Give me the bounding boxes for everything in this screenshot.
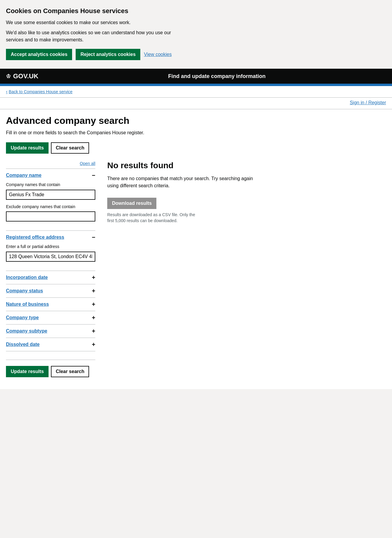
registered-office-content: Enter a full or partial address	[6, 244, 95, 271]
address-field-label: Enter a full or partial address	[6, 244, 95, 250]
blue-bar	[0, 84, 392, 86]
sign-in-row: Sign in / Register	[0, 98, 392, 109]
results-heading: No results found	[107, 161, 386, 170]
cookie-banner-buttons: Accept analytics cookies Reject analytic…	[6, 49, 386, 60]
accordion-registered-office: Registered office address − Enter a full…	[6, 230, 95, 271]
results-message: There are no companies that match your s…	[107, 175, 256, 189]
content-layout: Open all Company name − Company names th…	[6, 161, 386, 377]
site-header: ♔ GOV.UK Find and update company informa…	[0, 69, 392, 84]
cookie-banner-para2: We'd also like to use analytics cookies …	[6, 29, 173, 43]
back-link-bar: Back to Companies House service	[0, 86, 392, 98]
results-panel: No results found There are no companies …	[107, 161, 386, 224]
page-title: Advanced company search	[6, 115, 386, 126]
site-header-title: Find and update company information	[48, 73, 386, 79]
company-name-field2-label: Exclude company names that contain	[6, 204, 95, 210]
accordion-company-name: Company name − Company names that contai…	[6, 169, 95, 230]
accordion-company-subtype: Company subtype +	[6, 324, 95, 338]
filter-panel: Open all Company name − Company names th…	[6, 161, 95, 377]
reject-cookies-button[interactable]: Reject analytics cookies	[76, 49, 140, 60]
cookie-banner: Cookies on Companies House services We u…	[0, 0, 392, 69]
accordion-nature-of-business-header[interactable]: Nature of business +	[6, 298, 95, 311]
company-type-label: Company type	[6, 315, 39, 320]
main-wrapper: Advanced company search Fill in one or m…	[0, 109, 392, 389]
update-results-button-top[interactable]: Update results	[6, 142, 49, 154]
accordion-company-name-header[interactable]: Company name −	[6, 169, 95, 182]
dissolved-date-label: Dissolved date	[6, 342, 40, 347]
registered-office-icon: −	[92, 234, 95, 240]
company-name-content: Company names that contain Exclude compa…	[6, 182, 95, 230]
open-all-row: Open all	[6, 161, 95, 166]
accordion-dissolved-date: Dissolved date +	[6, 338, 95, 351]
sign-in-link[interactable]: Sign in / Register	[350, 100, 386, 105]
exclude-company-name-input[interactable]	[6, 211, 95, 222]
company-status-icon: +	[92, 288, 95, 294]
company-status-label: Company status	[6, 288, 43, 294]
company-name-icon: −	[92, 172, 95, 178]
registered-office-label: Registered office address	[6, 235, 64, 240]
accordion-company-subtype-header[interactable]: Company subtype +	[6, 325, 95, 338]
back-link[interactable]: Back to Companies House service	[6, 89, 72, 94]
bottom-button-row: Update results Clear search	[6, 360, 95, 377]
govuk-logo-text: GOV.UK	[13, 72, 38, 80]
top-button-row: Update results Clear search	[6, 142, 386, 154]
accordion-company-type-header[interactable]: Company type +	[6, 311, 95, 324]
company-name-input[interactable]	[6, 190, 95, 200]
open-all-link[interactable]: Open all	[80, 161, 95, 166]
accordion-incorporation-date: Incorporation date +	[6, 271, 95, 284]
accordion-registered-office-header[interactable]: Registered office address −	[6, 231, 95, 244]
view-cookies-link[interactable]: View cookies	[144, 52, 172, 57]
accordion-company-status: Company status +	[6, 284, 95, 297]
incorporation-date-icon: +	[92, 275, 95, 280]
accordion-dissolved-date-header[interactable]: Dissolved date +	[6, 338, 95, 351]
page-subtitle: Fill in one or more fields to search the…	[6, 129, 386, 136]
accordion-incorporation-date-header[interactable]: Incorporation date +	[6, 271, 95, 284]
clear-search-button-top[interactable]: Clear search	[51, 142, 89, 154]
nature-of-business-icon: +	[92, 301, 95, 307]
accordion-company-type: Company type +	[6, 311, 95, 324]
clear-search-button-bottom[interactable]: Clear search	[51, 366, 89, 377]
cookie-banner-para1: We use some essential cookies to make ou…	[6, 19, 173, 26]
dissolved-date-icon: +	[92, 341, 95, 347]
accordion-company-status-header[interactable]: Company status +	[6, 284, 95, 297]
company-name-field1-label: Company names that contain	[6, 182, 95, 188]
download-results-button[interactable]: Download results	[107, 198, 156, 209]
company-subtype-label: Company subtype	[6, 328, 47, 334]
nature-of-business-label: Nature of business	[6, 302, 49, 307]
download-note: Results are downloaded as a CSV file. On…	[107, 212, 197, 224]
accordion-nature-of-business: Nature of business +	[6, 297, 95, 311]
company-subtype-icon: +	[92, 328, 95, 334]
crown-icon: ♔	[6, 73, 11, 79]
incorporation-date-label: Incorporation date	[6, 275, 48, 280]
cookie-banner-title: Cookies on Companies House services	[6, 7, 386, 15]
company-name-label: Company name	[6, 173, 41, 178]
accept-cookies-button[interactable]: Accept analytics cookies	[6, 49, 72, 60]
govuk-logo: ♔ GOV.UK	[6, 72, 48, 80]
company-type-icon: +	[92, 315, 95, 321]
update-results-button-bottom[interactable]: Update results	[6, 366, 49, 377]
address-input[interactable]	[6, 252, 95, 262]
